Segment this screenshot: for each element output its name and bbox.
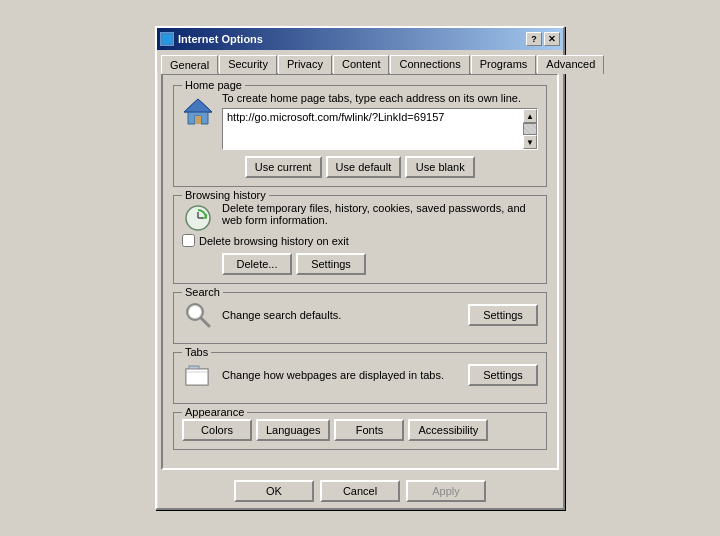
homepage-section: Home page To create home page tabs, type… xyxy=(173,85,547,187)
appearance-buttons: Colors Languages Fonts Accessibility xyxy=(182,419,538,441)
appearance-section: Appearance Colors Languages Fonts Access… xyxy=(173,412,547,450)
accessibility-button[interactable]: Accessibility xyxy=(408,419,488,441)
delete-on-exit-checkbox[interactable] xyxy=(182,234,195,247)
tabs-description: Change how webpages are displayed in tab… xyxy=(222,369,468,381)
search-settings-button[interactable]: Settings xyxy=(468,304,538,326)
delete-button[interactable]: Delete... xyxy=(222,253,292,275)
tab-privacy[interactable]: Privacy xyxy=(278,55,332,74)
homepage-content: To create home page tabs, type each addr… xyxy=(182,92,538,150)
use-default-button[interactable]: Use default xyxy=(326,156,402,178)
svg-rect-11 xyxy=(186,369,208,385)
cancel-button[interactable]: Cancel xyxy=(320,480,400,502)
svg-line-7 xyxy=(201,318,209,326)
scroll-up-button[interactable]: ▲ xyxy=(523,109,537,123)
browsing-text: Delete temporary files, history, cookies… xyxy=(222,202,538,232)
help-button[interactable]: ? xyxy=(526,32,542,46)
close-button[interactable]: ✕ xyxy=(544,32,560,46)
homepage-label: Home page xyxy=(182,79,245,91)
title-bar-left: 🌐 Internet Options xyxy=(160,32,263,46)
search-section: Search Change search defaults. Settings xyxy=(173,292,547,344)
search-description: Change search defaults. xyxy=(222,309,468,321)
tab-advanced[interactable]: Advanced xyxy=(537,55,604,74)
title-bar-buttons: ? ✕ xyxy=(526,32,560,46)
browsing-description: Delete temporary files, history, cookies… xyxy=(222,202,538,226)
colors-button[interactable]: Colors xyxy=(182,419,252,441)
url-box: http://go.microsoft.com/fwlink/?LinkId=6… xyxy=(222,108,538,150)
tabs-section: Tabs Change how webpages are displayed i… xyxy=(173,352,547,404)
house-icon xyxy=(182,96,214,128)
history-icon xyxy=(182,202,214,234)
tabs-row: Change how webpages are displayed in tab… xyxy=(182,359,538,391)
tab-programs[interactable]: Programs xyxy=(471,55,537,74)
browsing-history-label: Browsing history xyxy=(182,189,269,201)
appearance-label: Appearance xyxy=(182,406,247,418)
title-bar: 🌐 Internet Options ? ✕ xyxy=(157,28,563,50)
search-row: Change search defaults. Settings xyxy=(182,299,538,331)
browsing-settings-button[interactable]: Settings xyxy=(296,253,366,275)
homepage-buttons: Use current Use default Use blank xyxy=(182,156,538,178)
search-label: Search xyxy=(182,286,223,298)
url-scrollbar: ▲ ▼ xyxy=(523,109,537,149)
delete-on-exit-row: Delete browsing history on exit xyxy=(182,234,538,247)
content-area: Home page To create home page tabs, type… xyxy=(161,73,559,470)
window-icon: 🌐 xyxy=(160,32,174,46)
ok-button[interactable]: OK xyxy=(234,480,314,502)
svg-rect-1 xyxy=(195,116,201,124)
use-current-button[interactable]: Use current xyxy=(245,156,322,178)
tabs-settings-button[interactable]: Settings xyxy=(468,364,538,386)
apply-button[interactable]: Apply xyxy=(406,480,486,502)
tabs-section-label: Tabs xyxy=(182,346,211,358)
homepage-url-input[interactable]: http://go.microsoft.com/fwlink/?LinkId=6… xyxy=(223,109,523,149)
tab-security[interactable]: Security xyxy=(219,55,277,74)
tabs-icon xyxy=(182,359,214,391)
use-blank-button[interactable]: Use blank xyxy=(405,156,475,178)
homepage-description: To create home page tabs, type each addr… xyxy=(222,92,538,104)
scroll-down-button[interactable]: ▼ xyxy=(523,135,537,149)
delete-on-exit-label: Delete browsing history on exit xyxy=(199,235,349,247)
browsing-history-buttons: Delete... Settings xyxy=(222,253,538,275)
svg-point-8 xyxy=(189,306,201,318)
languages-button[interactable]: Languages xyxy=(256,419,330,441)
window-title: Internet Options xyxy=(178,33,263,45)
browsing-history-section: Browsing history Delete temporary files,… xyxy=(173,195,547,284)
fonts-button[interactable]: Fonts xyxy=(334,419,404,441)
homepage-text-area: To create home page tabs, type each addr… xyxy=(222,92,538,150)
scroll-track xyxy=(523,123,537,135)
tab-general[interactable]: General xyxy=(161,55,218,74)
browsing-content: Delete temporary files, history, cookies… xyxy=(182,202,538,234)
svg-marker-2 xyxy=(184,99,212,112)
internet-options-window: 🌐 Internet Options ? ✕ General Security … xyxy=(155,26,565,510)
tab-content[interactable]: Content xyxy=(333,55,390,74)
search-icon xyxy=(182,299,214,331)
tab-connections[interactable]: Connections xyxy=(390,55,469,74)
tab-bar: General Security Privacy Content Connect… xyxy=(157,50,563,73)
footer-buttons: OK Cancel Apply xyxy=(157,474,563,508)
